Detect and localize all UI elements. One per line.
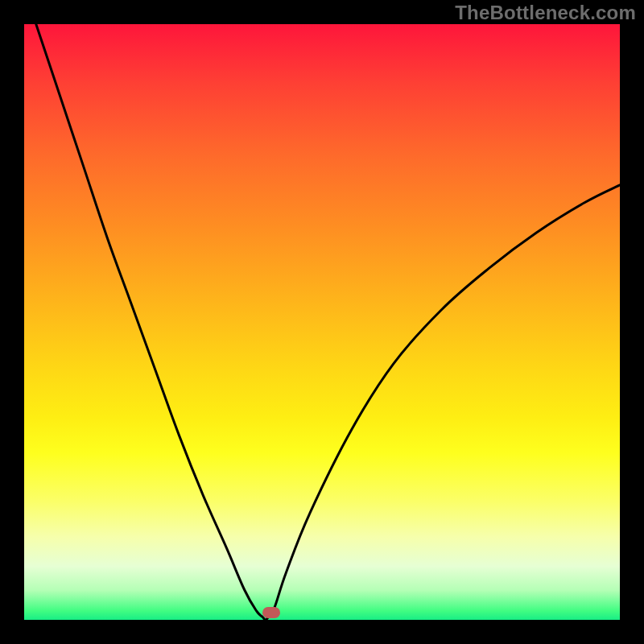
plot-area (24, 24, 620, 620)
curve-svg (24, 24, 620, 620)
bottleneck-curve (36, 24, 620, 620)
optimal-point-marker (262, 607, 280, 618)
watermark-text: TheBottleneck.com (455, 2, 636, 24)
chart-frame: TheBottleneck.com (0, 0, 644, 644)
